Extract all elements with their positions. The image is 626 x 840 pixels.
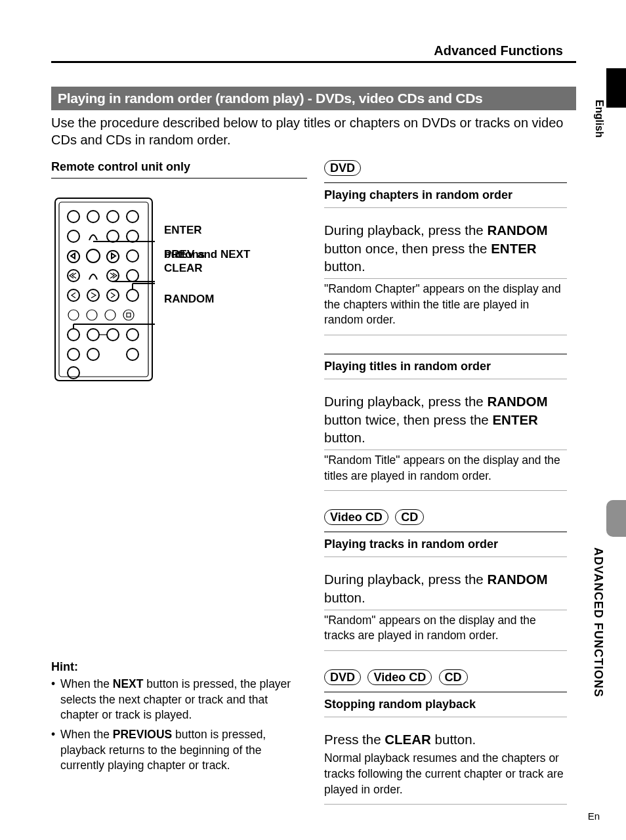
edge-grey-tab <box>606 500 626 537</box>
svg-point-31 <box>87 348 99 360</box>
svg-point-26 <box>87 329 99 341</box>
svg-rect-0 <box>55 198 152 381</box>
svg-point-7 <box>107 230 119 242</box>
language-tab: English <box>593 100 605 138</box>
step-stop: Press the CLEAR button. <box>324 730 567 749</box>
two-column-layout: Remote control unit only <box>51 160 576 805</box>
svg-point-15 <box>87 289 99 301</box>
heading-tracks: Playing tracks in random order <box>324 532 567 557</box>
pill-videocd-2: Video CD <box>367 669 432 685</box>
edge-black-tab <box>606 68 626 108</box>
svg-point-10 <box>87 249 100 262</box>
block-dvd-chapters: DVD Playing chapters in random order Dur… <box>324 160 567 335</box>
svg-point-20 <box>87 310 97 320</box>
pill-cd-2: CD <box>439 669 468 685</box>
svg-point-28 <box>107 329 119 341</box>
desc-chapters: "Random Chapter" appears on the display … <box>324 282 567 335</box>
desc-titles: "Random Title" appears on the display an… <box>324 453 567 491</box>
svg-point-17 <box>127 289 138 301</box>
svg-point-30 <box>68 348 79 360</box>
svg-point-22 <box>123 310 134 320</box>
svg-point-32 <box>127 348 138 360</box>
label-clear: CLEAR <box>164 262 250 275</box>
desc-stop: Normal playback resumes and the chapters… <box>324 751 567 805</box>
hint-title: Hint: <box>51 660 307 674</box>
remote-only-label: Remote control unit only <box>51 160 307 178</box>
pill-dvd: DVD <box>324 160 361 176</box>
left-column: Remote control unit only <box>51 160 307 805</box>
remote-button-labels: ENTER PREV and NEXT buttons CLEAR RANDOM <box>164 194 250 317</box>
label-random: RANDOM <box>164 293 250 306</box>
section-heading-bar: Playing in random order (random play) - … <box>51 87 576 110</box>
page-footer-code: En <box>588 810 600 822</box>
desc-tracks: "Random" appears on the display and the … <box>324 613 567 651</box>
svg-rect-23 <box>127 313 131 317</box>
svg-point-16 <box>107 289 119 301</box>
svg-point-8 <box>127 230 138 242</box>
step-chapters: During playback, press the RANDOM button… <box>324 221 567 279</box>
pill-videocd: Video CD <box>324 509 388 525</box>
intro-text: Use the procedure described below to pla… <box>51 114 576 148</box>
svg-point-2 <box>68 211 79 222</box>
right-column: DVD Playing chapters in random order Dur… <box>324 160 567 805</box>
hint-box: Hint: When the NEXT button is pressed, t… <box>51 660 307 774</box>
svg-point-29 <box>127 329 138 341</box>
svg-point-14 <box>68 289 79 301</box>
block-dvd-titles: Playing titles in random order During pl… <box>324 354 567 491</box>
label-enter: ENTER <box>164 224 250 237</box>
block-vcd-cd-tracks: Video CD CD Playing tracks in random ord… <box>324 509 567 651</box>
heading-titles: Playing titles in random order <box>324 354 567 379</box>
svg-point-21 <box>105 310 115 320</box>
hint-item-1: When the NEXT button is pressed, the pla… <box>51 677 307 723</box>
svg-point-3 <box>87 211 99 222</box>
remote-diagram-wrap: ENTER PREV and NEXT buttons CLEAR RANDOM <box>51 194 307 385</box>
page-title: Advanced Functions <box>51 43 576 63</box>
pill-dvd-2: DVD <box>324 669 361 685</box>
section-tab: ADVANCED FUNCTIONS <box>591 547 605 698</box>
step-tracks: During playback, press the RANDOM button… <box>324 570 567 610</box>
remote-control-icon <box>51 194 156 385</box>
svg-point-5 <box>127 211 138 222</box>
block-stop-random: DVD Video CD CD Stopping random playback… <box>324 669 567 805</box>
svg-point-6 <box>68 230 79 242</box>
pill-cd: CD <box>395 509 424 525</box>
step-titles: During playback, press the RANDOM button… <box>324 392 567 450</box>
hint-item-2: When the PREVIOUS button is pressed, pla… <box>51 727 307 774</box>
svg-point-19 <box>68 310 79 320</box>
svg-point-4 <box>107 211 119 222</box>
svg-point-24 <box>68 329 79 341</box>
svg-point-9 <box>127 250 138 262</box>
svg-point-13 <box>127 270 138 282</box>
heading-stop: Stopping random playback <box>324 692 567 717</box>
heading-chapters: Playing chapters in random order <box>324 182 567 208</box>
